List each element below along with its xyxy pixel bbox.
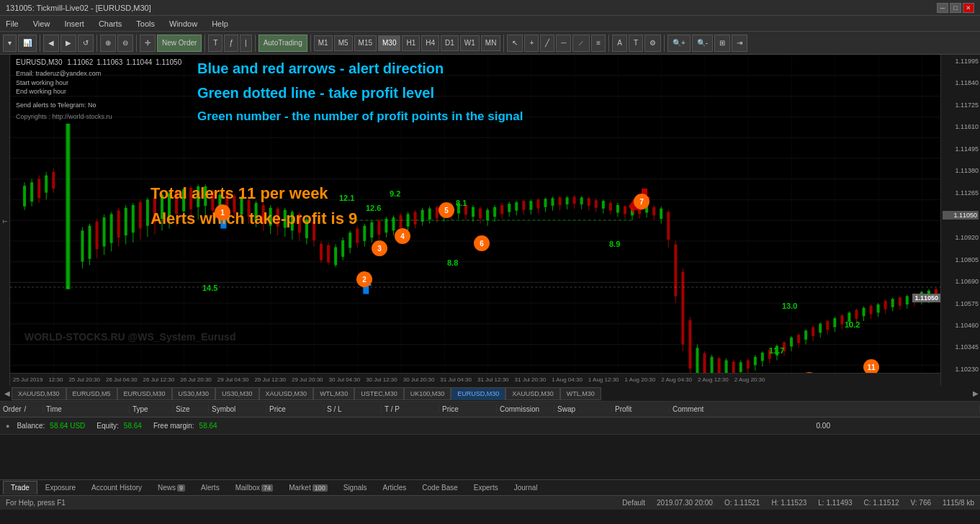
sym-uk100-m30[interactable]: UK100,M30 [404,387,451,400]
sym-tabs-right[interactable]: ▶ [971,389,980,397]
tf-w1[interactable]: W1 [460,35,480,51]
menu-tools[interactable]: Tools [133,18,158,30]
toolbar-profiles[interactable]: ▾ [3,35,17,52]
tab-signals[interactable]: Signals [336,481,375,494]
free-margin-value: 58.64 [199,422,217,430]
sym-eurusd-m30-1[interactable]: EURUSD,M30 [117,387,172,400]
toolbar-indicators[interactable]: ƒ [224,35,238,52]
toolbar-refresh[interactable]: ↺ [78,35,94,52]
tab-mailbox[interactable]: Mailbox74 [228,481,281,494]
sym-xauusd-m30-1[interactable]: XAUUSD,M30 [12,387,66,400]
toolbar-back[interactable]: ◀ [43,35,59,52]
tf-h1[interactable]: H1 [402,35,420,51]
svg-rect-154 [529,201,532,209]
th-sl[interactable]: S / L [324,405,382,413]
toolbar-forward[interactable]: ▶ [60,35,76,52]
tab-experts[interactable]: Experts [466,481,506,494]
minimize-button[interactable]: ─ [937,3,948,13]
maximize-button[interactable]: □ [950,3,961,13]
tf-m1[interactable]: M1 [314,35,333,51]
tf-h4[interactable]: H4 [421,35,439,51]
price-scale: 1.11995 1.11840 1.11725 1.11610 1.11495 … [940,55,980,386]
th-comment[interactable]: Comment [670,405,980,413]
tab-alerts[interactable]: Alerts [193,481,228,494]
th-tp[interactable]: T / P [382,405,439,413]
tool-settings[interactable]: ⚙ [644,35,661,52]
tab-news[interactable]: News9 [150,481,193,494]
balance-label: Balance: [17,422,45,430]
equity-value: 58.64 [124,422,142,430]
tab-articles[interactable]: Articles [375,481,415,494]
tf-m15[interactable]: M15 [354,35,377,51]
tf-mn[interactable]: MN [481,35,501,51]
tool-line[interactable]: ╱ [540,35,554,52]
sym-wtl-m30-1[interactable]: WTL,M30 [313,387,354,400]
toolbar-zoom-in[interactable]: ⊕ [100,35,116,52]
th-profit[interactable]: Profit [612,405,670,413]
svg-rect-152 [522,201,525,209]
watermark: WORLD-STOCKS.RU @WS_System_Eurusd [24,331,235,343]
tool-text2[interactable]: T [629,35,643,52]
price-8: 1.10920 [943,234,979,241]
svg-rect-22 [30,182,33,202]
tf-m5[interactable]: M5 [334,35,353,51]
th-swap[interactable]: Swap [554,405,612,413]
close-button[interactable]: ✕ [963,3,974,13]
toolbar-new-chart[interactable]: 📊 [18,35,37,52]
tab-codebase[interactable]: Code Base [414,481,465,494]
sym-xauusd-m30-2[interactable]: XAUUSD,M30 [259,387,314,400]
tool-text[interactable]: A [612,35,627,52]
th-order[interactable]: Order / [0,405,43,413]
tab-market[interactable]: Market100 [281,481,336,494]
sym-ustec-m30[interactable]: USTEC,M30 [354,387,404,400]
tool-grid[interactable]: ⊞ [714,35,730,52]
signal-6: 6 [474,235,490,251]
menu-view[interactable]: View [30,18,53,30]
price-7: 1.11265 [943,189,979,196]
sym-xauusd-m30-3[interactable]: XAUUSD,M30 [505,387,560,400]
tool-drawings[interactable]: ≡ [591,35,606,52]
tool-cursor[interactable]: ↖ [507,35,523,52]
sym-eurusd-m30-active[interactable]: EURUSD,M30 [451,387,505,400]
tab-account-history[interactable]: Account History [84,481,150,494]
auto-trading-button[interactable]: AutoTrading [259,35,307,52]
menu-insert[interactable]: Insert [61,18,87,30]
sym-us30-m30-1[interactable]: US30,M30 [172,387,216,400]
tab-journal[interactable]: Journal [506,481,546,494]
tool-trendline[interactable]: ⟋ [572,35,590,52]
toolbar-period-sep[interactable]: | [240,35,252,52]
tool-chart-shift[interactable]: ⇥ [732,35,747,52]
menu-charts[interactable]: Charts [96,18,125,30]
menu-file[interactable]: File [3,18,22,30]
toolbar-templates[interactable]: T [208,35,222,52]
tool-crosshair2[interactable]: + [524,35,539,52]
sym-wtl-m30-2[interactable]: WTL,M30 [560,387,601,400]
th-price[interactable]: Price [266,405,324,413]
tab-exposure[interactable]: Exposure [37,481,84,494]
menu-help[interactable]: Help [209,18,231,30]
th-size[interactable]: Size [173,405,209,413]
tf-d1[interactable]: D1 [441,35,459,51]
th-symbol[interactable]: Symbol [209,405,266,413]
status-open: O: 1.11521 [724,499,760,507]
svg-rect-218 [761,353,764,361]
tf-m30[interactable]: M30 [378,35,400,51]
menu-window[interactable]: Window [166,18,200,30]
tab-trade[interactable]: Trade [3,481,37,494]
th-price2[interactable]: Price [439,405,497,413]
th-commission[interactable]: Commission [497,405,554,413]
new-order-button[interactable]: New Order [157,35,202,52]
svg-rect-118 [400,215,403,227]
toolbar-zoom-out[interactable]: ⊖ [117,35,133,52]
svg-rect-142 [486,210,489,220]
sym-us30-m30-2[interactable]: US30,M30 [215,387,259,400]
sym-eurusd-m5[interactable]: EURUSD,M5 [66,387,117,400]
chart-area[interactable]: EURUSD,M30 1.11062 1.11063 1.11044 1.110… [10,55,940,386]
toolbar-crosshair[interactable]: ✛ [140,35,156,52]
th-time[interactable]: Time [43,405,130,413]
sym-tabs-left[interactable]: ◀ [3,389,12,397]
th-type[interactable]: Type [130,405,173,413]
tool-zoom-out2[interactable]: 🔍- [692,35,713,52]
tool-zoom-in2[interactable]: 🔍+ [667,35,691,52]
tool-hline[interactable]: ─ [556,35,571,52]
